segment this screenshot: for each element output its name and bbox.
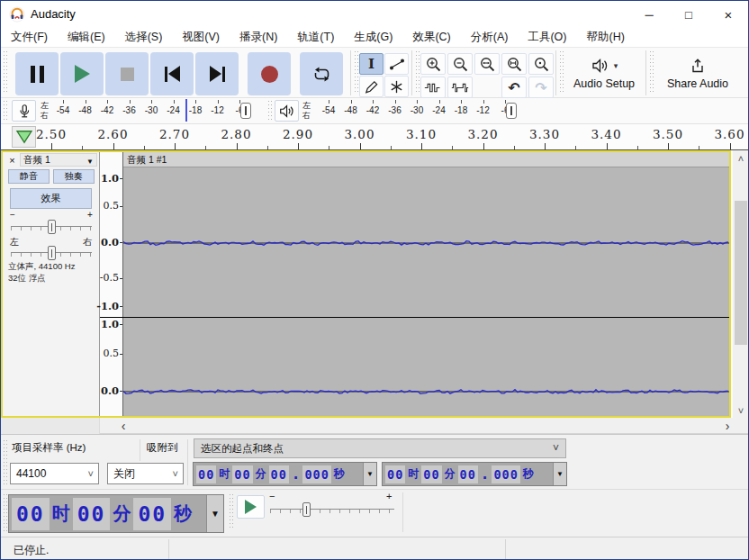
menu-item-10[interactable]: 帮助(H) bbox=[576, 28, 634, 47]
zoom-toggle-button[interactable] bbox=[528, 53, 554, 75]
timeline-major-tick bbox=[237, 143, 238, 149]
audio-position-digits: 00 bbox=[12, 498, 50, 530]
solo-button[interactable]: 独奏 bbox=[53, 169, 95, 184]
mute-button[interactable]: 静音 bbox=[8, 169, 50, 184]
time-format-caret-icon[interactable]: ▼ bbox=[206, 495, 223, 532]
audio-setup-button[interactable]: ▾ Audio Setup bbox=[566, 50, 642, 95]
vertical-scale-ruler[interactable]: 1.00.50.0-0.5-1.01.00.50.0 bbox=[100, 152, 123, 416]
menu-item-0[interactable]: 文件(F) bbox=[1, 28, 58, 47]
menu-item-4[interactable]: 播录(N) bbox=[230, 28, 287, 47]
fit-project-button[interactable] bbox=[501, 53, 527, 75]
skip-to-end-icon bbox=[210, 66, 225, 82]
snap-combo[interactable]: 关闭 ˅ bbox=[107, 463, 184, 484]
play-at-speed-toolbar-grip[interactable] bbox=[229, 494, 234, 530]
audio-setup-toolbar-grip[interactable] bbox=[559, 51, 564, 95]
skip-to-end-button[interactable] bbox=[195, 52, 239, 95]
playback-meter-grip[interactable] bbox=[267, 101, 273, 122]
draw-tool-button[interactable] bbox=[359, 76, 384, 97]
skip-to-start-icon bbox=[165, 66, 180, 82]
timeline-minor-tick bbox=[452, 146, 453, 149]
horizontal-scrollbar[interactable]: ‹ › bbox=[1, 418, 749, 434]
multi-tool-button[interactable] bbox=[384, 76, 409, 97]
envelope-tool-button[interactable] bbox=[384, 53, 409, 75]
ruler-value-label: 0.0 bbox=[95, 384, 119, 397]
silence-audio-button[interactable] bbox=[447, 77, 473, 98]
share-audio-toolbar-grip[interactable] bbox=[649, 51, 654, 95]
loop-button[interactable] bbox=[300, 52, 343, 95]
selection-mode-select[interactable]: 选区的起点和终点 ˅ bbox=[194, 438, 566, 458]
decimal-point: . bbox=[292, 465, 301, 483]
playback-meter-clip-indicator[interactable] bbox=[506, 103, 517, 119]
meter-scale-label: -30 bbox=[140, 105, 162, 115]
waveform bbox=[123, 167, 729, 416]
selection-end-time-field[interactable]: 00时00分00.000秒▼ bbox=[382, 462, 567, 486]
gain-slider-thumb[interactable] bbox=[48, 220, 56, 234]
playback-meter-button[interactable] bbox=[275, 100, 299, 122]
clip-header[interactable]: 音频 1 #1 bbox=[123, 152, 729, 167]
fit-selection-button[interactable] bbox=[474, 53, 500, 75]
play-button[interactable] bbox=[60, 52, 104, 95]
track-close-button[interactable]: × bbox=[5, 153, 19, 167]
playback-meter-scale[interactable]: -54-48-42-36-30-24-18-12-6 bbox=[318, 100, 525, 122]
time-format-caret-icon[interactable]: ▼ bbox=[363, 463, 376, 485]
vertical-scrollbar-thumb[interactable] bbox=[735, 201, 747, 345]
menu-item-3[interactable]: 视图(V) bbox=[172, 28, 230, 47]
maximize-button[interactable]: □ bbox=[669, 1, 708, 28]
timeline-label: 3.30 bbox=[523, 127, 566, 141]
pan-slider[interactable] bbox=[11, 245, 92, 261]
zoom-in-button[interactable] bbox=[420, 53, 446, 75]
timeline-label: 3.10 bbox=[400, 127, 443, 141]
redo-button[interactable]: ↷ bbox=[528, 77, 554, 98]
selection-tool-button[interactable]: I bbox=[359, 53, 384, 75]
pan-slider-thumb[interactable] bbox=[48, 246, 56, 260]
record-button[interactable] bbox=[248, 52, 291, 95]
ruler-tick bbox=[120, 324, 122, 325]
time-format-caret-icon[interactable]: ▼ bbox=[553, 463, 566, 485]
audio-position-time-field[interactable]: 00时00分00秒▼ bbox=[8, 494, 224, 533]
section-separator bbox=[187, 439, 188, 485]
effects-button[interactable]: 效果 bbox=[10, 188, 92, 209]
vertical-scrollbar[interactable]: ˄ ˅ bbox=[733, 150, 749, 418]
track-name-button[interactable]: 音频 1 ▼ bbox=[20, 153, 97, 167]
record-meter-clip-indicator[interactable] bbox=[240, 103, 251, 119]
menu-item-2[interactable]: 选择(S) bbox=[115, 28, 173, 47]
record-meter-grip[interactable] bbox=[3, 101, 8, 122]
play-speed-slider[interactable] bbox=[270, 501, 394, 518]
pause-button[interactable] bbox=[15, 52, 59, 95]
timeline-ruler[interactable]: 2.502.602.702.802.903.003.103.203.303.40… bbox=[1, 124, 748, 150]
transport-toolbar-grip[interactable] bbox=[3, 51, 8, 95]
project-rate-combo[interactable]: 44100 ˅ bbox=[10, 463, 99, 484]
timeline-label: 3.60 bbox=[708, 127, 749, 141]
audio-clip[interactable]: 音频 1 #1 bbox=[123, 152, 729, 416]
minimize-button[interactable]: ─ bbox=[629, 1, 669, 28]
undo-button[interactable]: ↶ bbox=[501, 77, 527, 98]
audio-position-digits: 00 bbox=[73, 498, 111, 530]
play-speed-slider-thumb[interactable] bbox=[302, 502, 311, 517]
meter-tick bbox=[107, 100, 108, 104]
zoom-out-button[interactable] bbox=[447, 53, 473, 75]
trim-audio-button[interactable] bbox=[420, 77, 446, 98]
play-at-speed-button[interactable] bbox=[237, 495, 265, 519]
scroll-right-button[interactable]: › bbox=[718, 418, 736, 433]
close-button[interactable]: × bbox=[708, 1, 748, 28]
scroll-down-button[interactable]: ˅ bbox=[733, 402, 749, 418]
title-bar[interactable]: Audacity ─ □ × bbox=[1, 1, 748, 28]
menu-item-8[interactable]: 分析(A) bbox=[461, 28, 519, 47]
record-meter-scale[interactable]: -54-48-42-36-30-24-18-12-6 bbox=[52, 100, 259, 122]
scroll-left-button[interactable]: ‹ bbox=[114, 418, 132, 433]
stop-button[interactable] bbox=[105, 52, 149, 95]
scroll-up-button[interactable]: ˄ bbox=[733, 150, 749, 166]
selection-start-time-field[interactable]: 00时00分00.000秒▼ bbox=[193, 462, 377, 486]
menu-item-9[interactable]: 工具(O) bbox=[518, 28, 576, 47]
ruler-tick bbox=[120, 178, 122, 179]
gain-slider[interactable] bbox=[11, 219, 92, 235]
menu-item-5[interactable]: 轨道(T) bbox=[287, 28, 344, 47]
waveform-area[interactable] bbox=[123, 167, 729, 416]
selection-toolbar-grip[interactable] bbox=[3, 440, 8, 485]
menu-item-1[interactable]: 编辑(E) bbox=[58, 28, 115, 47]
menu-item-6[interactable]: 生成(G) bbox=[344, 28, 402, 47]
record-meter-button[interactable] bbox=[12, 100, 36, 122]
skip-to-start-button[interactable] bbox=[150, 52, 194, 95]
share-audio-button[interactable]: Share Audio bbox=[656, 50, 739, 95]
menu-item-7[interactable]: 效果(C) bbox=[402, 28, 460, 47]
